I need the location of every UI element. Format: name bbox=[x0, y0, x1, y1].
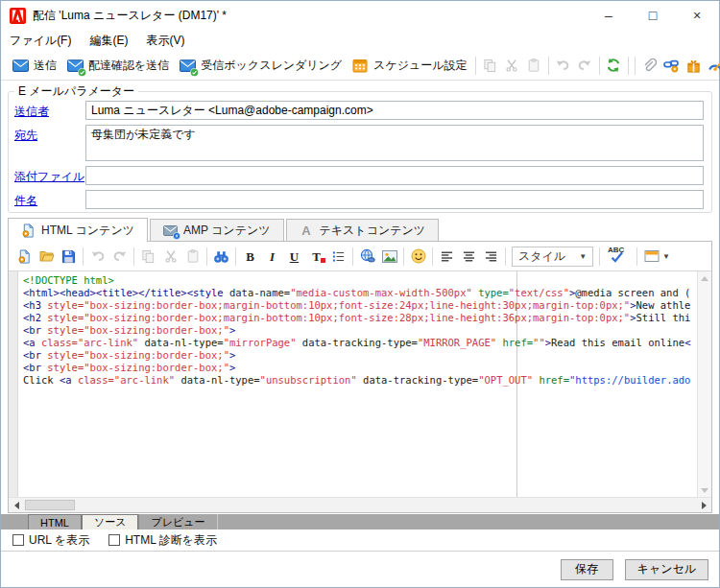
minimize-button[interactable]: – bbox=[587, 1, 631, 30]
scroll-up-arrow[interactable] bbox=[698, 271, 711, 285]
refresh-button[interactable] bbox=[603, 55, 625, 76]
editor-copy-button[interactable] bbox=[137, 246, 159, 267]
options-row: URL を表示 HTML 診断を表示 bbox=[1, 529, 719, 551]
attachments-link[interactable]: 添付ファイル bbox=[14, 166, 85, 185]
align-left-button[interactable] bbox=[436, 246, 458, 267]
scroll-left-arrow[interactable] bbox=[9, 498, 24, 512]
link-button[interactable] bbox=[660, 55, 683, 76]
send-proof-label: 配達確認を送信 bbox=[88, 58, 169, 74]
scroll-right-arrow[interactable] bbox=[696, 498, 711, 512]
sender-link[interactable]: 送信者 bbox=[14, 101, 85, 120]
send-proof-button[interactable]: 配達確認を送信 bbox=[61, 54, 174, 78]
typology-gauge-button[interactable] bbox=[705, 55, 720, 76]
tab-amp-content[interactable]: AMP コンテンツ bbox=[150, 219, 284, 241]
menu-file[interactable]: ファイル(F) bbox=[10, 31, 80, 51]
list-button[interactable] bbox=[327, 246, 349, 267]
subject-input[interactable] bbox=[85, 190, 704, 209]
send-button[interactable]: 送信 bbox=[7, 54, 61, 78]
underline-button[interactable]: U bbox=[283, 246, 305, 267]
emoji-button[interactable] bbox=[407, 246, 429, 267]
attachments-button[interactable] bbox=[638, 55, 660, 76]
redo-button[interactable] bbox=[574, 55, 596, 76]
find-button[interactable] bbox=[210, 246, 232, 267]
paste-button[interactable] bbox=[523, 55, 545, 76]
view-tab-html[interactable]: HTML bbox=[28, 514, 82, 529]
panel-icon bbox=[644, 249, 660, 263]
toolbar-separator bbox=[235, 247, 236, 266]
save-button[interactable]: 保存 bbox=[561, 559, 613, 580]
style-dropdown-label: スタイル bbox=[518, 248, 565, 265]
toolbar-separator bbox=[403, 247, 404, 266]
tab-html-content[interactable]: HTML コンテンツ bbox=[8, 218, 148, 242]
view-tab-source[interactable]: ソース bbox=[82, 514, 139, 529]
insert-image-button[interactable] bbox=[378, 246, 400, 267]
close-button[interactable]: × bbox=[675, 1, 719, 30]
delivery-window: 配信 'Luma ニュースレター (DM17)' * – □ × ファイル(F)… bbox=[0, 0, 720, 588]
style-dropdown[interactable]: スタイル ▼ bbox=[512, 247, 593, 267]
editor-cut-button[interactable] bbox=[159, 246, 181, 267]
align-right-icon bbox=[484, 250, 498, 263]
show-url-option[interactable]: URL を表示 bbox=[12, 532, 89, 549]
adobe-campaign-logo-icon bbox=[10, 8, 26, 24]
toolbar-separator bbox=[133, 247, 134, 266]
show-url-checkbox[interactable] bbox=[12, 534, 24, 546]
cut-button[interactable] bbox=[501, 55, 523, 76]
tab-text-content[interactable]: A テキストコンテンツ bbox=[286, 219, 440, 241]
align-right-button[interactable] bbox=[480, 246, 502, 267]
spellcheck-button[interactable]: ABC bbox=[603, 246, 634, 267]
editor-paste-button[interactable] bbox=[181, 246, 204, 267]
panel-layout-button[interactable]: ▼ bbox=[640, 246, 674, 267]
folder-open-icon bbox=[39, 248, 55, 264]
undo-icon bbox=[90, 248, 106, 264]
redo-icon bbox=[577, 58, 592, 73]
italic-button[interactable]: I bbox=[261, 246, 283, 267]
chevron-down-icon: ▼ bbox=[662, 252, 670, 261]
horizontal-scrollbar[interactable] bbox=[9, 497, 711, 512]
copy-button[interactable] bbox=[479, 55, 501, 76]
sender-input[interactable] bbox=[85, 101, 704, 120]
show-html-diagnostics-label: HTML 診断を表示 bbox=[125, 532, 217, 549]
save-file-button[interactable] bbox=[58, 246, 80, 267]
show-html-diagnostics-option[interactable]: HTML 診断を表示 bbox=[108, 532, 217, 549]
source-code-area: <!DOCTYPE html><html><head><title></titl… bbox=[9, 271, 711, 512]
html-content-frame: B I U T bbox=[8, 241, 712, 513]
recipients-link[interactable]: 宛先 bbox=[14, 125, 85, 144]
maximize-button[interactable]: □ bbox=[631, 1, 675, 30]
insert-link-button[interactable] bbox=[356, 246, 378, 267]
align-center-button[interactable] bbox=[458, 246, 480, 267]
editor-undo-button[interactable] bbox=[86, 246, 108, 267]
refresh-icon bbox=[606, 58, 621, 73]
page-gear-icon bbox=[17, 249, 32, 264]
show-html-diagnostics-checkbox[interactable] bbox=[108, 534, 120, 546]
menu-view[interactable]: 表示(V) bbox=[146, 31, 193, 51]
offer-button[interactable] bbox=[683, 55, 705, 76]
vertical-scrollbar[interactable] bbox=[697, 271, 711, 497]
envelope-icon bbox=[12, 57, 29, 74]
horizontal-scroll-thumb[interactable] bbox=[25, 500, 75, 510]
email-parameters-legend: E メールパラメーター bbox=[14, 83, 138, 100]
inbox-rendering-button[interactable]: 受信ボックスレンダリング bbox=[174, 54, 347, 78]
main-toolbar: 送信 配達確認を送信 受信ボックスレンダリング スケジュール設定 bbox=[1, 51, 719, 81]
tab-amp-label: AMP コンテンツ bbox=[183, 223, 271, 239]
scroll-down-arrow[interactable] bbox=[698, 483, 711, 497]
bold-button[interactable]: B bbox=[239, 246, 261, 267]
recipients-box[interactable]: 母集団が未定義です bbox=[85, 125, 704, 161]
undo-button[interactable] bbox=[552, 55, 574, 76]
schedule-button[interactable]: スケジュール設定 bbox=[347, 54, 471, 78]
paperclip-icon bbox=[641, 58, 657, 73]
view-tab-preview[interactable]: プレビュー bbox=[138, 514, 217, 529]
menu-edit[interactable]: 編集(E) bbox=[89, 31, 136, 51]
new-document-button[interactable] bbox=[13, 246, 36, 267]
open-file-button[interactable] bbox=[36, 246, 58, 267]
code-lines[interactable]: <!DOCTYPE html><html><head><title></titl… bbox=[23, 274, 696, 497]
floppy-disk-icon bbox=[61, 249, 76, 264]
amp-envelope-icon bbox=[163, 223, 178, 238]
font-color-button[interactable]: T bbox=[305, 246, 327, 267]
editor-redo-button[interactable] bbox=[108, 246, 131, 267]
attachments-input[interactable] bbox=[85, 166, 704, 185]
editor-gutter bbox=[9, 271, 18, 498]
copy-icon bbox=[141, 249, 156, 264]
cancel-button[interactable]: キャンセル bbox=[625, 559, 708, 580]
toolbar-separator bbox=[635, 57, 636, 75]
subject-link[interactable]: 件名 bbox=[14, 190, 85, 209]
